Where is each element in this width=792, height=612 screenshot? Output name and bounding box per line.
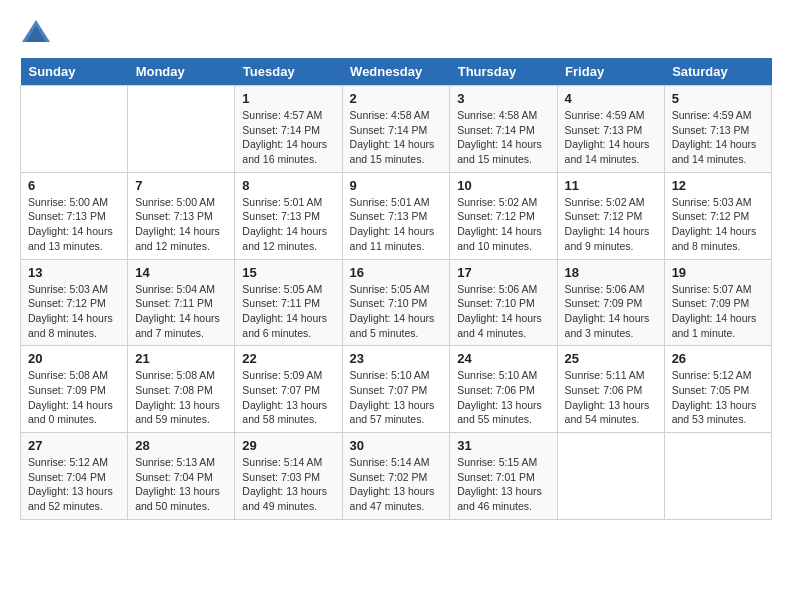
day-number: 8	[242, 178, 334, 193]
day-info: Sunrise: 5:02 AM Sunset: 7:12 PM Dayligh…	[457, 195, 549, 254]
column-header-wednesday: Wednesday	[342, 58, 450, 86]
calendar-cell: 11Sunrise: 5:02 AM Sunset: 7:12 PM Dayli…	[557, 172, 664, 259]
day-info: Sunrise: 5:11 AM Sunset: 7:06 PM Dayligh…	[565, 368, 657, 427]
day-info: Sunrise: 5:12 AM Sunset: 7:05 PM Dayligh…	[672, 368, 764, 427]
day-number: 24	[457, 351, 549, 366]
column-header-tuesday: Tuesday	[235, 58, 342, 86]
day-number: 4	[565, 91, 657, 106]
calendar-cell: 5Sunrise: 4:59 AM Sunset: 7:13 PM Daylig…	[664, 86, 771, 173]
calendar-cell: 16Sunrise: 5:05 AM Sunset: 7:10 PM Dayli…	[342, 259, 450, 346]
calendar-table: SundayMondayTuesdayWednesdayThursdayFrid…	[20, 58, 772, 520]
column-header-monday: Monday	[128, 58, 235, 86]
day-info: Sunrise: 5:14 AM Sunset: 7:02 PM Dayligh…	[350, 455, 443, 514]
day-number: 25	[565, 351, 657, 366]
calendar-cell: 8Sunrise: 5:01 AM Sunset: 7:13 PM Daylig…	[235, 172, 342, 259]
calendar-cell: 7Sunrise: 5:00 AM Sunset: 7:13 PM Daylig…	[128, 172, 235, 259]
day-number: 6	[28, 178, 120, 193]
day-info: Sunrise: 5:04 AM Sunset: 7:11 PM Dayligh…	[135, 282, 227, 341]
calendar-cell: 13Sunrise: 5:03 AM Sunset: 7:12 PM Dayli…	[21, 259, 128, 346]
day-number: 15	[242, 265, 334, 280]
calendar-cell: 29Sunrise: 5:14 AM Sunset: 7:03 PM Dayli…	[235, 433, 342, 520]
day-info: Sunrise: 5:14 AM Sunset: 7:03 PM Dayligh…	[242, 455, 334, 514]
day-info: Sunrise: 4:58 AM Sunset: 7:14 PM Dayligh…	[457, 108, 549, 167]
column-header-thursday: Thursday	[450, 58, 557, 86]
day-info: Sunrise: 5:12 AM Sunset: 7:04 PM Dayligh…	[28, 455, 120, 514]
day-number: 26	[672, 351, 764, 366]
day-info: Sunrise: 5:13 AM Sunset: 7:04 PM Dayligh…	[135, 455, 227, 514]
day-info: Sunrise: 5:01 AM Sunset: 7:13 PM Dayligh…	[242, 195, 334, 254]
calendar-cell: 22Sunrise: 5:09 AM Sunset: 7:07 PM Dayli…	[235, 346, 342, 433]
day-number: 28	[135, 438, 227, 453]
day-number: 10	[457, 178, 549, 193]
day-info: Sunrise: 5:06 AM Sunset: 7:09 PM Dayligh…	[565, 282, 657, 341]
logo-icon	[22, 20, 50, 42]
calendar-cell: 9Sunrise: 5:01 AM Sunset: 7:13 PM Daylig…	[342, 172, 450, 259]
day-info: Sunrise: 4:57 AM Sunset: 7:14 PM Dayligh…	[242, 108, 334, 167]
calendar-cell: 18Sunrise: 5:06 AM Sunset: 7:09 PM Dayli…	[557, 259, 664, 346]
calendar-cell: 12Sunrise: 5:03 AM Sunset: 7:12 PM Dayli…	[664, 172, 771, 259]
day-number: 11	[565, 178, 657, 193]
day-number: 5	[672, 91, 764, 106]
calendar-cell	[128, 86, 235, 173]
day-number: 22	[242, 351, 334, 366]
day-info: Sunrise: 5:05 AM Sunset: 7:10 PM Dayligh…	[350, 282, 443, 341]
day-info: Sunrise: 5:09 AM Sunset: 7:07 PM Dayligh…	[242, 368, 334, 427]
day-info: Sunrise: 5:05 AM Sunset: 7:11 PM Dayligh…	[242, 282, 334, 341]
calendar-cell: 30Sunrise: 5:14 AM Sunset: 7:02 PM Dayli…	[342, 433, 450, 520]
day-info: Sunrise: 5:10 AM Sunset: 7:06 PM Dayligh…	[457, 368, 549, 427]
calendar-body: 1Sunrise: 4:57 AM Sunset: 7:14 PM Daylig…	[21, 86, 772, 520]
day-number: 1	[242, 91, 334, 106]
day-number: 29	[242, 438, 334, 453]
calendar-cell	[557, 433, 664, 520]
day-info: Sunrise: 5:00 AM Sunset: 7:13 PM Dayligh…	[135, 195, 227, 254]
day-info: Sunrise: 5:07 AM Sunset: 7:09 PM Dayligh…	[672, 282, 764, 341]
calendar-cell: 3Sunrise: 4:58 AM Sunset: 7:14 PM Daylig…	[450, 86, 557, 173]
calendar-cell: 24Sunrise: 5:10 AM Sunset: 7:06 PM Dayli…	[450, 346, 557, 433]
day-number: 17	[457, 265, 549, 280]
day-info: Sunrise: 5:01 AM Sunset: 7:13 PM Dayligh…	[350, 195, 443, 254]
calendar-week-2: 6Sunrise: 5:00 AM Sunset: 7:13 PM Daylig…	[21, 172, 772, 259]
day-info: Sunrise: 5:15 AM Sunset: 7:01 PM Dayligh…	[457, 455, 549, 514]
day-info: Sunrise: 5:02 AM Sunset: 7:12 PM Dayligh…	[565, 195, 657, 254]
header-row: SundayMondayTuesdayWednesdayThursdayFrid…	[21, 58, 772, 86]
calendar-week-1: 1Sunrise: 4:57 AM Sunset: 7:14 PM Daylig…	[21, 86, 772, 173]
day-info: Sunrise: 4:59 AM Sunset: 7:13 PM Dayligh…	[565, 108, 657, 167]
calendar-cell: 20Sunrise: 5:08 AM Sunset: 7:09 PM Dayli…	[21, 346, 128, 433]
day-number: 27	[28, 438, 120, 453]
calendar-cell: 26Sunrise: 5:12 AM Sunset: 7:05 PM Dayli…	[664, 346, 771, 433]
day-info: Sunrise: 5:03 AM Sunset: 7:12 PM Dayligh…	[672, 195, 764, 254]
day-info: Sunrise: 5:06 AM Sunset: 7:10 PM Dayligh…	[457, 282, 549, 341]
day-info: Sunrise: 5:08 AM Sunset: 7:09 PM Dayligh…	[28, 368, 120, 427]
day-info: Sunrise: 4:58 AM Sunset: 7:14 PM Dayligh…	[350, 108, 443, 167]
calendar-cell: 23Sunrise: 5:10 AM Sunset: 7:07 PM Dayli…	[342, 346, 450, 433]
day-info: Sunrise: 5:03 AM Sunset: 7:12 PM Dayligh…	[28, 282, 120, 341]
day-number: 3	[457, 91, 549, 106]
day-info: Sunrise: 5:00 AM Sunset: 7:13 PM Dayligh…	[28, 195, 120, 254]
logo	[20, 20, 52, 42]
day-number: 19	[672, 265, 764, 280]
page-header	[20, 20, 772, 42]
calendar-cell: 1Sunrise: 4:57 AM Sunset: 7:14 PM Daylig…	[235, 86, 342, 173]
day-info: Sunrise: 4:59 AM Sunset: 7:13 PM Dayligh…	[672, 108, 764, 167]
day-number: 20	[28, 351, 120, 366]
day-number: 14	[135, 265, 227, 280]
calendar-header: SundayMondayTuesdayWednesdayThursdayFrid…	[21, 58, 772, 86]
column-header-friday: Friday	[557, 58, 664, 86]
calendar-cell: 19Sunrise: 5:07 AM Sunset: 7:09 PM Dayli…	[664, 259, 771, 346]
calendar-cell	[664, 433, 771, 520]
calendar-cell: 27Sunrise: 5:12 AM Sunset: 7:04 PM Dayli…	[21, 433, 128, 520]
calendar-cell: 14Sunrise: 5:04 AM Sunset: 7:11 PM Dayli…	[128, 259, 235, 346]
day-number: 31	[457, 438, 549, 453]
day-info: Sunrise: 5:08 AM Sunset: 7:08 PM Dayligh…	[135, 368, 227, 427]
calendar-cell: 25Sunrise: 5:11 AM Sunset: 7:06 PM Dayli…	[557, 346, 664, 433]
day-number: 21	[135, 351, 227, 366]
calendar-cell: 28Sunrise: 5:13 AM Sunset: 7:04 PM Dayli…	[128, 433, 235, 520]
calendar-cell: 2Sunrise: 4:58 AM Sunset: 7:14 PM Daylig…	[342, 86, 450, 173]
day-number: 16	[350, 265, 443, 280]
day-info: Sunrise: 5:10 AM Sunset: 7:07 PM Dayligh…	[350, 368, 443, 427]
calendar-cell: 6Sunrise: 5:00 AM Sunset: 7:13 PM Daylig…	[21, 172, 128, 259]
column-header-saturday: Saturday	[664, 58, 771, 86]
calendar-week-4: 20Sunrise: 5:08 AM Sunset: 7:09 PM Dayli…	[21, 346, 772, 433]
day-number: 13	[28, 265, 120, 280]
calendar-cell: 31Sunrise: 5:15 AM Sunset: 7:01 PM Dayli…	[450, 433, 557, 520]
